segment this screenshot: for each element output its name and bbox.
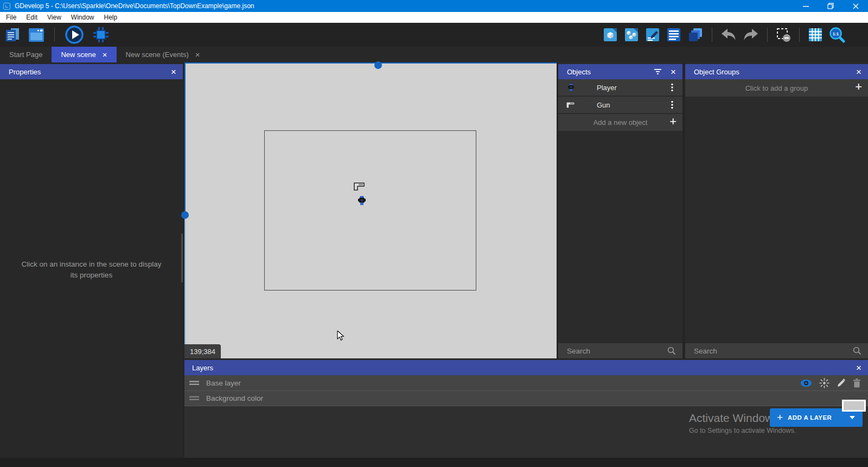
player-instance-sprite[interactable] [358, 196, 366, 208]
gun-object-icon [558, 102, 583, 109]
svg-text:1:1: 1:1 [833, 31, 839, 36]
vertical-scroll-track [184, 62, 186, 211]
groups-search-bar [685, 343, 868, 358]
add-group-label: Click to add a group [745, 84, 808, 92]
object-row-gun[interactable]: Gun [558, 97, 682, 114]
toolbar-separator [712, 28, 712, 42]
vertical-scroll-track [184, 219, 186, 358]
filter-icon[interactable] [654, 68, 662, 75]
objects-list-empty-area [558, 131, 682, 343]
mouse-cursor-icon [337, 331, 344, 344]
drag-handle-icon[interactable] [189, 381, 199, 386]
project-manager-icon[interactable] [4, 27, 21, 43]
toolbar: 1:1 [0, 23, 868, 47]
toolbar-separator [767, 28, 768, 42]
layers-panel-title: Layers [192, 364, 213, 372]
add-new-object-label: Add a new object [593, 118, 648, 127]
close-icon[interactable]: × [856, 67, 861, 77]
object-groups-editor-icon[interactable] [624, 27, 639, 42]
redo-icon[interactable] [743, 28, 759, 42]
objects-search-input[interactable] [567, 347, 667, 355]
layer-delete-trash-icon[interactable] [853, 378, 861, 388]
zoom-1-1-icon[interactable]: 1:1 [829, 27, 845, 43]
properties-panel-title: Properties [9, 68, 41, 76]
horizontal-scroll-track [184, 62, 557, 64]
layer-name: Base layer [206, 379, 241, 387]
add-new-object-button[interactable]: Add a new object + [558, 114, 682, 131]
layer-edit-pencil-icon[interactable] [837, 378, 846, 388]
editor-tabs: Start Page New scene × New scene (Events… [0, 47, 868, 62]
close-icon[interactable]: × [671, 67, 676, 77]
chevron-down-icon[interactable] [850, 416, 855, 419]
tab-label: Start Page [9, 51, 42, 59]
objects-editor-icon[interactable] [603, 27, 618, 42]
deselect-instances-icon[interactable] [776, 27, 791, 42]
menu-window[interactable]: Window [66, 12, 99, 23]
activate-windows-subtext: Go to Settings to activate Windows. [689, 427, 796, 434]
layer-visibility-eye-icon[interactable] [800, 379, 812, 387]
menu-edit[interactable]: Edit [21, 12, 42, 23]
grid-icon[interactable] [808, 27, 823, 42]
tab-close-icon[interactable]: × [103, 51, 107, 59]
add-group-button[interactable]: Click to add a group + [685, 79, 868, 97]
window-controls [793, 0, 868, 12]
drag-handle-icon[interactable] [189, 396, 199, 401]
layer-effects-icon[interactable] [819, 378, 829, 388]
close-button[interactable] [843, 0, 868, 12]
object-menu-icon[interactable] [662, 83, 682, 92]
restore-icon [827, 3, 834, 9]
object-menu-icon[interactable] [662, 100, 682, 109]
restore-button[interactable] [818, 0, 843, 12]
debug-icon[interactable] [92, 26, 110, 44]
tab-label: New scene [61, 51, 95, 59]
layers-panel-header: Layers × [184, 360, 868, 375]
close-icon [853, 3, 859, 9]
tab-close-icon[interactable]: × [195, 51, 200, 59]
object-groups-panel: Object Groups × Click to add a group + [685, 62, 868, 358]
title-bar: GDevelop 5 - C:\Users\Sparkle\OneDrive\D… [0, 0, 868, 12]
properties-empty-message: Click on an instance in the scene to dis… [0, 259, 183, 281]
cursor-coordinates: 139;384 [184, 344, 221, 358]
gun-instance-sprite[interactable] [354, 182, 365, 193]
menu-view[interactable]: View [42, 12, 66, 23]
layer-row-background-color[interactable]: Background color [184, 391, 868, 406]
tab-start-page[interactable]: Start Page [0, 47, 52, 62]
scene-canvas[interactable]: 139;384 [184, 62, 557, 358]
minimize-button[interactable] [793, 0, 818, 12]
instances-list-icon[interactable] [666, 27, 681, 42]
player-object-icon [558, 84, 583, 92]
tab-new-scene[interactable]: New scene × [52, 47, 116, 62]
objects-search-bar [558, 343, 682, 358]
tab-new-scene-events[interactable]: New scene (Events) × [117, 47, 209, 62]
background-color-swatch[interactable] [842, 400, 866, 412]
add-a-layer-label: ADD A LAYER [788, 414, 832, 421]
horizontal-scroll-thumb[interactable] [374, 61, 382, 69]
minimize-icon [803, 3, 809, 9]
layers-panel: Layers × Base layer [184, 359, 868, 458]
layer-row-base[interactable]: Base layer [184, 375, 868, 391]
toolbar-separator [54, 28, 55, 42]
menu-file[interactable]: File [1, 12, 21, 23]
groups-search-input[interactable] [694, 347, 853, 355]
play-preview-icon[interactable] [65, 25, 84, 45]
activate-windows-watermark: Activate Windows [689, 412, 779, 425]
object-row-player[interactable]: Player [558, 79, 682, 97]
game-window-bounds [264, 130, 476, 291]
properties-panel-header: Properties × [0, 64, 183, 79]
object-groups-panel-title: Object Groups [694, 68, 739, 76]
vertical-scroll-thumb[interactable] [181, 211, 189, 219]
scene-window-icon[interactable] [28, 28, 44, 42]
gdevelop-logo-icon [3, 3, 10, 10]
layers-editor-icon[interactable] [687, 27, 704, 43]
undo-icon[interactable] [720, 28, 737, 42]
plus-icon: + [855, 80, 862, 94]
window-title: GDevelop 5 - C:\Users\Sparkle\OneDrive\D… [15, 2, 254, 10]
objects-panel: Objects × [558, 62, 682, 358]
object-name: Gun [597, 101, 662, 109]
properties-scrollbar[interactable] [181, 234, 183, 282]
menu-help[interactable]: Help [99, 12, 123, 23]
close-icon[interactable]: × [171, 67, 176, 77]
close-icon[interactable]: × [856, 363, 861, 373]
properties-editor-icon[interactable] [645, 27, 660, 42]
object-name: Player [597, 84, 662, 92]
